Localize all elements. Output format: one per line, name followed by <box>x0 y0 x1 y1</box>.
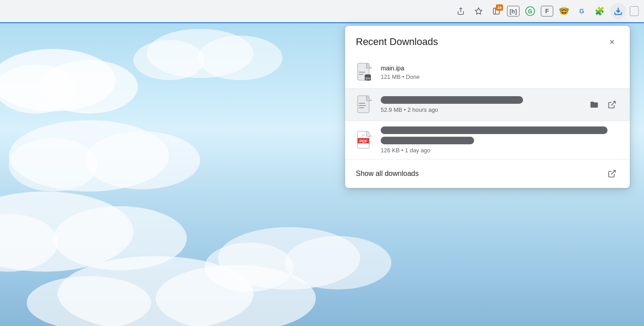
download-filename-bar-3a <box>381 126 608 134</box>
download-info-3: 126 KB • 1 day ago <box>381 126 619 154</box>
svg-rect-31 <box>359 105 366 106</box>
recent-downloads-popup: Recent Downloads × ipa main.ipa 121 MB •… <box>345 26 630 188</box>
download-item-1: ipa main.ipa 121 MB • Done <box>345 56 630 88</box>
svg-line-38 <box>611 171 615 175</box>
svg-line-33 <box>611 102 615 106</box>
file-icon-pdf: PDF P <box>356 131 374 149</box>
file-icon-generic <box>356 96 374 114</box>
svg-text:PDF: PDF <box>359 139 368 143</box>
bookmark-icon[interactable] <box>471 4 486 18</box>
fontsizer-icon[interactable]: F <box>541 6 553 16</box>
download-item-3: PDF P 126 KB • 1 day ago <box>345 121 630 159</box>
popup-header: Recent Downloads × <box>345 26 630 56</box>
download-meta-1: 121 MB • Done <box>381 73 619 80</box>
open-folder-button[interactable] <box>587 98 601 112</box>
download-meta-3: 126 KB • 1 day ago <box>381 147 619 154</box>
svg-text:P: P <box>362 134 365 137</box>
share-icon[interactable] <box>454 4 468 18</box>
download-actions-2 <box>587 98 619 112</box>
browser-edge-icon[interactable] <box>630 6 639 16</box>
show-all-external-icon[interactable] <box>605 167 619 181</box>
tab-counter-icon[interactable]: 16 <box>489 4 503 18</box>
extensions-icon[interactable]: 🧩 <box>592 4 607 18</box>
svg-rect-26 <box>359 74 363 75</box>
svg-rect-32 <box>359 107 364 108</box>
download-item-2[interactable]: 52.9 MB • 2 hours ago <box>345 89 630 121</box>
show-all-downloads-row[interactable]: Show all downloads <box>345 159 630 188</box>
svg-marker-19 <box>475 8 482 14</box>
close-icon: × <box>609 37 615 47</box>
bracket-h-icon[interactable]: [h] <box>507 6 519 16</box>
browser-toolbar: 16 [h] G F 🤓 G 🧩 <box>0 0 644 23</box>
svg-text:ipa: ipa <box>366 76 370 80</box>
download-filename-1: main.ipa <box>381 65 619 72</box>
download-filename-bar-3b <box>381 137 474 144</box>
tab-badge: 16 <box>496 4 503 11</box>
svg-text:G: G <box>528 8 532 15</box>
grammarly-icon[interactable]: G <box>523 4 537 18</box>
simpsons-icon[interactable]: 🤓 <box>557 4 571 18</box>
svg-rect-25 <box>359 72 365 73</box>
show-all-label: Show all downloads <box>356 170 419 178</box>
translate-icon[interactable]: G <box>575 4 589 18</box>
file-icon-ipa: ipa <box>356 63 374 81</box>
download-meta-2: 52.9 MB • 2 hours ago <box>381 106 580 113</box>
popup-title: Recent Downloads <box>356 36 438 48</box>
open-external-button[interactable] <box>605 98 619 112</box>
downloads-icon-button[interactable] <box>610 3 626 19</box>
download-filename-bar-2 <box>381 96 523 104</box>
download-info-1: main.ipa 121 MB • Done <box>381 65 619 80</box>
download-info-2: 52.9 MB • 2 hours ago <box>381 96 580 113</box>
close-button[interactable]: × <box>605 35 619 49</box>
svg-rect-30 <box>359 103 365 104</box>
